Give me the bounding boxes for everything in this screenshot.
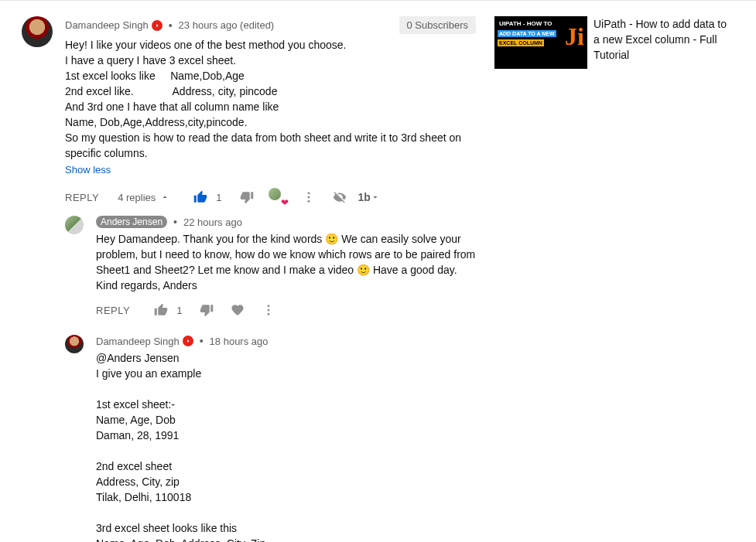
- replies-count-label: 4 replies: [118, 192, 156, 203]
- visibility-off-icon[interactable]: [327, 185, 352, 210]
- dislike-button[interactable]: [194, 298, 219, 322]
- video-card[interactable]: UIPATH - HOW TO ADD DATA TO A NEW EXCEL …: [494, 16, 734, 69]
- like-button[interactable]: [188, 185, 213, 210]
- show-less-link[interactable]: Show less: [65, 164, 111, 176]
- svg-point-5: [268, 313, 270, 315]
- reply-body: @Anders Jensen I give you an example 1st…: [96, 350, 476, 542]
- reply-button[interactable]: REPLY: [65, 192, 99, 203]
- reply-actions: REPLY 1: [96, 298, 476, 322]
- replies-list: Anders Jensen • 22 hours ago Hey Damande…: [65, 216, 476, 542]
- more-options-button[interactable]: [296, 185, 321, 210]
- reply-button[interactable]: REPLY: [96, 305, 130, 316]
- separator-dot: •: [169, 19, 173, 32]
- like-button[interactable]: [149, 298, 173, 322]
- author-name[interactable]: Damandeep Singh: [65, 19, 149, 31]
- reply: Damandeep Singh • 18 hours ago @Anders J…: [65, 335, 476, 542]
- comment-body: Hey! I like your videos one of the best …: [65, 37, 476, 161]
- svg-point-3: [268, 305, 270, 307]
- related-videos: UIPATH - HOW TO ADD DATA TO A NEW EXCEL …: [494, 16, 734, 542]
- svg-point-2: [307, 200, 310, 203]
- heart-button[interactable]: [225, 298, 250, 322]
- thumb-text-line3: EXCEL COLUMN: [498, 39, 544, 46]
- video-thumbnail: UIPATH - HOW TO ADD DATA TO A NEW EXCEL …: [494, 16, 587, 69]
- like-count: 1: [216, 192, 221, 203]
- reply: Anders Jensen • 22 hours ago Hey Damande…: [65, 216, 476, 322]
- heart-icon: ❤: [281, 197, 289, 208]
- reply-header: Anders Jensen • 22 hours ago: [96, 216, 476, 228]
- dislike-button[interactable]: [234, 185, 259, 210]
- more-options-button[interactable]: [256, 298, 281, 322]
- subscribe-badge-icon: [152, 20, 162, 31]
- thumb-text-line1: UIPATH - HOW TO: [498, 19, 553, 28]
- avatar[interactable]: [22, 16, 53, 47]
- timestamp[interactable]: 22 hours ago: [183, 216, 242, 228]
- author-name[interactable]: Damandeep Singh: [96, 336, 180, 347]
- author-name[interactable]: Anders Jensen: [96, 216, 167, 228]
- timestamp[interactable]: 18 hours ago: [210, 336, 269, 347]
- svg-point-0: [307, 192, 310, 194]
- avatar[interactable]: [65, 335, 84, 353]
- svg-point-1: [307, 196, 310, 199]
- comment-header: Damandeep Singh • 23 hours ago (edited) …: [65, 16, 476, 34]
- creator-heart[interactable]: ❤: [265, 185, 290, 210]
- comments-section: Damandeep Singh • 23 hours ago (edited) …: [22, 16, 476, 542]
- replies-toggle[interactable]: 4 replies: [118, 192, 169, 203]
- thumb-text-line2: ADD DATA TO A NEW: [498, 30, 556, 37]
- separator-dot: •: [173, 216, 177, 228]
- comment: Damandeep Singh • 23 hours ago (edited) …: [22, 16, 476, 210]
- subscriber-count-badge: 0 Subscribers: [399, 16, 476, 34]
- comment-actions: REPLY 4 replies 1 ❤: [65, 185, 476, 210]
- creator-avatar-icon: [269, 188, 281, 200]
- thumb-logo: Ji: [565, 22, 584, 51]
- tubebuddy-icon[interactable]: 1b: [358, 191, 380, 203]
- video-title: UiPath - How to add data to a new Excel …: [594, 16, 734, 69]
- avatar[interactable]: [65, 216, 84, 234]
- subscribe-badge-icon: [183, 336, 193, 346]
- reply-header: Damandeep Singh • 18 hours ago: [96, 335, 476, 347]
- like-count: 1: [176, 305, 182, 316]
- reply-body: Hey Damandeep. Thank you for the kind wo…: [96, 231, 476, 293]
- chevron-up-icon: [160, 193, 169, 202]
- timestamp[interactable]: 23 hours ago (edited): [179, 19, 275, 31]
- separator-dot: •: [200, 335, 204, 347]
- svg-point-4: [268, 309, 270, 312]
